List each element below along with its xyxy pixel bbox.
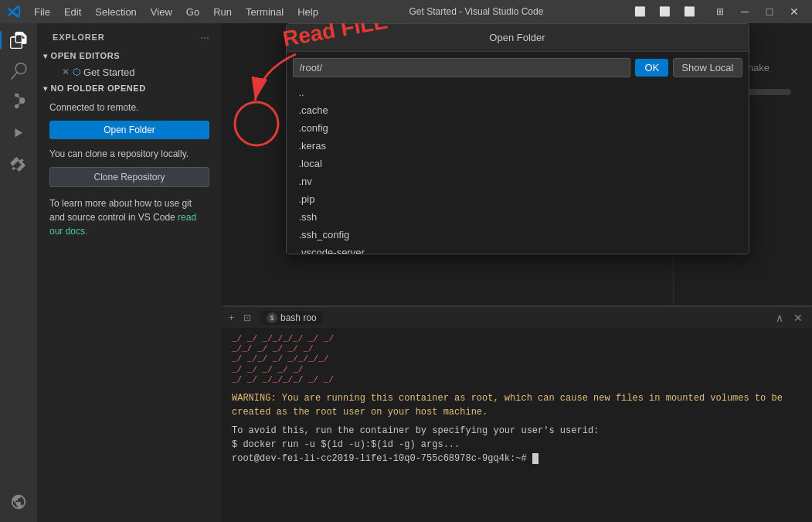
activity-explorer[interactable] xyxy=(5,26,32,54)
sidebar-header: EXPLORER ··· xyxy=(37,23,222,48)
menu-file[interactable]: File xyxy=(28,5,56,19)
open-editors-label: OPEN EDITORS xyxy=(51,51,121,60)
vscode-logo xyxy=(6,4,22,19)
clone-repo-button[interactable]: Clone Repository xyxy=(49,167,209,187)
titlebar-left: File Edit Selection View Go Run Terminal… xyxy=(6,4,324,19)
minimize-btn[interactable]: ─ xyxy=(733,4,756,19)
maximize-btn[interactable]: □ xyxy=(758,4,781,19)
activity-bar-btn[interactable]: ⊞ xyxy=(708,4,732,19)
tab-file-icon: ⬡ xyxy=(73,67,80,77)
menu-edit[interactable]: Edit xyxy=(58,5,87,19)
file-item-cache[interactable]: .cache xyxy=(287,101,749,119)
window-controls: ⬜ ⬜ ⬜ ⊞ ─ □ ✕ xyxy=(628,4,806,19)
file-item-ssh-config[interactable]: .ssh_config xyxy=(287,226,749,244)
no-folder-section: ▾ NO FOLDER OPENED Connected to remote. … xyxy=(37,80,222,244)
activity-remote[interactable] xyxy=(5,488,32,516)
sidebar-toggle-btn[interactable]: ⬜ xyxy=(628,4,651,19)
get-started-tab[interactable]: ✕ ⬡ Get Started xyxy=(37,63,222,80)
dialog-overlay: Open Folder OK Show Local .. .cache .con… xyxy=(223,23,812,522)
window-title: Get Started - Visual Studio Code xyxy=(324,6,628,17)
menu-terminal[interactable]: Terminal xyxy=(240,5,290,19)
activity-run-debug[interactable] xyxy=(5,119,32,147)
sidebar-header-icons: ··· xyxy=(197,29,212,45)
menu-go[interactable]: Go xyxy=(180,5,206,19)
file-item-config[interactable]: .config xyxy=(287,119,749,137)
tab-name: Get Started xyxy=(83,67,134,78)
open-folder-button[interactable]: Open Folder xyxy=(49,121,209,139)
menu-bar: File Edit Selection View Go Run Terminal… xyxy=(28,5,324,19)
dialog-file-list: .. .cache .config .keras .local .nv .pip… xyxy=(287,84,749,254)
panel-toggle-btn[interactable]: ⬜ xyxy=(678,4,701,19)
main-layout: EXPLORER ··· ▾ OPEN EDITORS ✕ ⬡ Get Star… xyxy=(0,23,812,522)
no-folder-content: Connected to remote. Open Folder You can… xyxy=(37,96,222,244)
file-item-dotdot[interactable]: .. xyxy=(287,84,749,101)
dialog-show-local-button[interactable]: Show Local xyxy=(673,58,742,77)
explorer-title: EXPLORER xyxy=(53,32,105,42)
open-editors-header[interactable]: ▾ OPEN EDITORS xyxy=(37,48,222,63)
activity-source-control[interactable] xyxy=(5,88,32,116)
activity-extensions[interactable] xyxy=(5,150,32,178)
learn-more-text: To learn more about how to use git and s… xyxy=(49,196,209,238)
activity-bar xyxy=(0,23,37,522)
more-options-btn[interactable]: ··· xyxy=(197,29,212,45)
sidebar: EXPLORER ··· ▾ OPEN EDITORS ✕ ⬡ Get Star… xyxy=(37,23,223,522)
connected-msg: Connected to remote. xyxy=(49,102,209,113)
no-folder-header[interactable]: ▾ NO FOLDER OPENED xyxy=(37,80,222,96)
clone-text: You can clone a repository locally. xyxy=(49,148,209,159)
dialog-path-input[interactable] xyxy=(293,58,631,77)
no-folder-label: NO FOLDER OPENED xyxy=(51,84,146,93)
file-item-nv[interactable]: .nv xyxy=(287,172,749,190)
file-item-ssh[interactable]: .ssh xyxy=(287,208,749,226)
menu-help[interactable]: Help xyxy=(291,5,324,19)
titlebar: File Edit Selection View Go Run Terminal… xyxy=(0,0,812,23)
menu-run[interactable]: Run xyxy=(207,5,238,19)
file-item-local[interactable]: .local xyxy=(287,155,749,172)
close-btn[interactable]: ✕ xyxy=(783,4,806,19)
dialog-input-row: OK Show Local xyxy=(287,52,749,84)
file-item-keras[interactable]: .keras xyxy=(287,137,749,155)
activity-search[interactable] xyxy=(5,57,32,85)
dialog-ok-button[interactable]: OK xyxy=(635,59,668,77)
file-item-pip[interactable]: .pip xyxy=(287,190,749,208)
dialog-title: Open Folder xyxy=(287,24,749,52)
open-editors-section: ▾ OPEN EDITORS ✕ ⬡ Get Started xyxy=(37,48,222,80)
file-item-vscode-server[interactable]: .vscode-server xyxy=(287,244,749,254)
menu-view[interactable]: View xyxy=(144,5,178,19)
open-editors-chevron: ▾ xyxy=(43,52,48,60)
open-folder-dialog: Open Folder OK Show Local .. .cache .con… xyxy=(286,23,749,254)
no-folder-chevron: ▾ xyxy=(43,84,48,93)
editor-layout-btn[interactable]: ⬜ xyxy=(653,4,676,19)
menu-selection[interactable]: Selection xyxy=(89,5,142,19)
close-tab-icon[interactable]: ✕ xyxy=(62,67,70,77)
main-area: Code omizations to make tals + ⊡ $ bash … xyxy=(223,23,812,522)
